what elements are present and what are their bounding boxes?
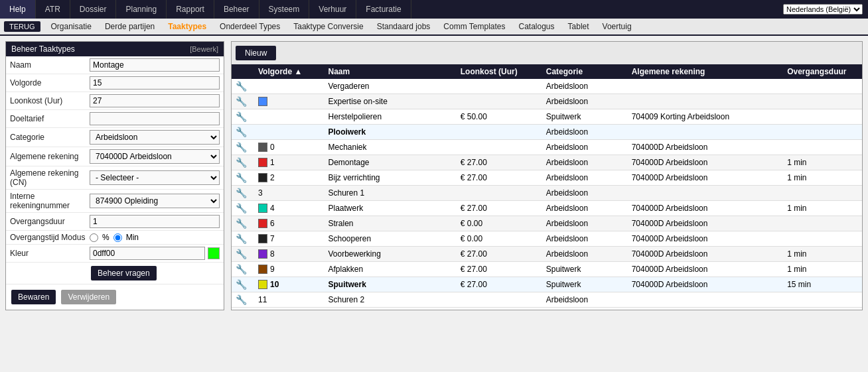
nav-catalogus[interactable]: Catalogus [512,19,561,34]
interne-rekening-label: Interne rekeningnummer [10,192,90,210]
nav-onderdeel-types[interactable]: Onderdeel Types [213,19,287,34]
col-rekening[interactable]: Algemene rekening [628,64,783,79]
table-row[interactable]: 🔧1Demontage€ 27.00Arbeidsloon704000D Arb… [232,155,862,170]
nav-standaard-jobs[interactable]: Standaard jobs [370,19,437,34]
language-select[interactable]: Nederlands (België) [783,4,863,15]
table-row[interactable]: 🔧6Stralen€ 0.00Arbeidsloon704000D Arbeid… [232,216,862,231]
table-row[interactable]: 🔧7Schooperen€ 0.00Arbeidsloon704000D Arb… [232,231,862,247]
row-naam: Demontage [324,155,456,170]
row-duur: 1 min [783,201,862,216]
table-row[interactable]: 🔧PlooiwerkArbeidsloon [232,125,862,140]
volgorde-input[interactable] [90,76,220,90]
row-volgorde: 3 [254,186,325,201]
table-row[interactable]: 🔧4Plaatwerk€ 27.00Arbeidsloon704000D Arb… [232,201,862,216]
nav-tablet[interactable]: Tablet [561,19,596,34]
loonkost-input[interactable] [90,94,220,107]
col-naam[interactable]: Naam [324,64,456,79]
nav-derde-partijen[interactable]: Derde partijen [98,19,161,34]
alg-rekening-cn-row: Algemene rekening (CN) - Selecteer - [6,166,224,190]
interne-rekening-select[interactable]: 874900 Opleiding [90,194,220,208]
row-naam: Herstelpolieren [324,109,456,125]
categorie-select[interactable]: Arbeidsloon Spuitwerk [90,130,220,145]
overgangstijd-label: Overgangstijd Modus [10,233,90,242]
row-volgorde: 11 [254,292,325,308]
interne-rekening-select-container: 874900 Opleiding [90,194,220,208]
table-row[interactable]: 🔧10Spuitwerk€ 27.00Spuitwerk704000D Arbe… [232,277,862,292]
bewaren-button[interactable]: Bewaren [11,290,56,304]
table-row[interactable]: 🔧8Voorbewerking€ 27.00Arbeidsloon704000D… [232,247,862,262]
alg-rekening-cn-select[interactable]: - Selecteer - [90,170,220,185]
row-volgorde: 4 [254,201,325,216]
beheer-vragen-button[interactable]: Beheer vragen [91,266,157,280]
table-row[interactable]: 🔧9Afplakken€ 27.00Spuitwerk704000D Arbei… [232,262,862,277]
row-categorie: Arbeidsloon [542,94,628,109]
radio-min[interactable] [113,233,122,242]
col-loonkost[interactable]: Loonkost (Uur) [457,64,542,79]
verwijderen-button[interactable]: Verwijderen [61,290,116,304]
table-row[interactable]: 🔧2Bijz verrichting€ 27.00Arbeidsloon7040… [232,170,862,186]
top-nav-dossier[interactable]: Dossier [70,0,117,19]
overgangstijd-row: Overgangstijd Modus % Min [6,231,224,245]
color-picker-button[interactable] [208,247,220,259]
row-tool-icon: 🔧 [232,109,254,125]
col-categorie[interactable]: Categorie [542,64,628,79]
top-nav-planning[interactable]: Planning [116,0,167,19]
col-duur[interactable]: Overgangsduur [783,64,862,79]
table-row[interactable]: 🔧Expertise on-siteArbeidsloon [232,94,862,109]
row-tool-icon: 🔧 [232,79,254,94]
table-row[interactable]: 🔧Herstelpolieren€ 50.00Spuitwerk704009 K… [232,109,862,125]
row-rekening: 704000D Arbeidsloon [628,201,783,216]
row-loonkost: € 50.00 [457,109,542,125]
nav-organisatie[interactable]: Organisatie [44,19,98,34]
radio-percent[interactable] [90,233,98,242]
row-duur [783,125,862,140]
table-row[interactable]: 🔧0MechaniekArbeidsloon704000D Arbeidsloo… [232,140,862,155]
table-row[interactable]: 🔧11Schuren 2Arbeidsloon [232,292,862,308]
overgangsduur-input[interactable] [90,215,220,228]
row-volgorde: 9 [254,262,325,277]
row-rekening: 704000D Arbeidsloon [628,277,783,292]
top-nav-beheer[interactable]: Beheer [214,0,259,19]
table-row[interactable]: 🔧VergaderenArbeidsloon [232,79,862,94]
kleur-input[interactable] [90,247,205,260]
loonkost-label: Loonkost (Uur) [10,96,90,105]
table-body: 🔧VergaderenArbeidsloon🔧Expertise on-site… [232,79,862,308]
right-panel: Nieuw Volgorde ▲ Naam Loonkost (Uur) Cat… [231,41,863,310]
row-loonkost: € 0.00 [457,216,542,231]
nav-taaktype-conversie[interactable]: Taaktype Conversie [287,19,370,34]
top-nav-systeem[interactable]: Systeem [259,0,310,19]
top-nav-verhuur[interactable]: Verhuur [309,0,356,19]
edit-link[interactable]: [Bewerk] [190,45,218,53]
left-panel: Beheer Taaktypes [Bewerk] Naam Volgorde … [5,41,224,310]
nav-voertuig[interactable]: Voertuig [596,19,638,34]
second-navigation: TERUG Organisatie Derde partijen Taaktyp… [0,19,868,36]
nieuw-button[interactable]: Nieuw [236,46,276,60]
col-volgorde[interactable]: Volgorde ▲ [254,64,325,79]
row-naam: Plooiwerk [324,125,456,140]
row-categorie: Spuitwerk [542,277,628,292]
row-categorie: Arbeidsloon [542,231,628,247]
naam-input[interactable] [90,58,220,72]
row-volgorde [254,79,325,94]
row-duur [783,231,862,247]
row-naam: Bijz verrichting [324,170,456,186]
alg-rekening-select[interactable]: 704000D Arbeidsloon 704009 Korting Arbei… [90,149,220,164]
nav-taaktypes[interactable]: Taaktypes [161,19,213,34]
top-nav-atr[interactable]: ATR [36,0,70,19]
row-loonkost: € 0.00 [457,231,542,247]
row-loonkost: € 27.00 [457,277,542,292]
top-nav-rapport[interactable]: Rapport [167,0,214,19]
language-selector-container: Nederlands (België) [783,0,868,19]
nav-comm-templates[interactable]: Comm Templates [437,19,512,34]
row-categorie: Arbeidsloon [542,155,628,170]
row-loonkost [457,125,542,140]
row-duur: 1 min [783,155,862,170]
doeltarief-input[interactable] [90,112,220,125]
table-row[interactable]: 🔧3Schuren 1Arbeidsloon [232,186,862,201]
back-button[interactable]: TERUG [4,21,40,32]
top-nav-facturatie[interactable]: Facturatie [356,0,411,19]
interne-rekening-row: Interne rekeningnummer 874900 Opleiding [6,190,224,213]
row-rekening: 704000D Arbeidsloon [628,155,783,170]
row-categorie: Arbeidsloon [542,125,628,140]
top-nav-help[interactable]: Help [0,0,36,19]
